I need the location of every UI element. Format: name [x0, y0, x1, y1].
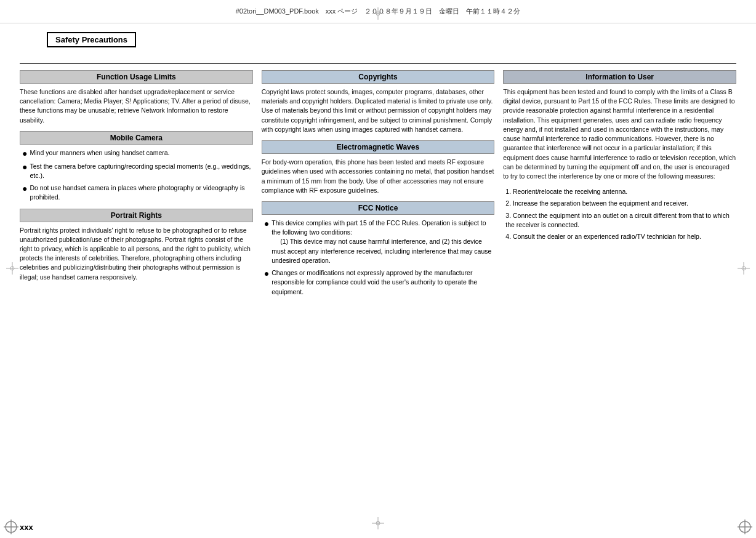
crosshair-top [372, 7, 384, 21]
section-em-waves-body: For body-worn operation, this phone has … [262, 158, 495, 195]
section-info-to-user-body: This equipment has been tested and found… [503, 87, 736, 181]
section-fcc-notice-title: FCC Notice [262, 201, 495, 215]
content-columns: Function Usage Limits These functions ar… [20, 70, 736, 303]
page: #02tori__DM003_PDF.book xxx ページ ２００８年９月１… [0, 0, 756, 538]
list-item: 3. Connect the equipment into an outlet … [505, 211, 736, 230]
list-item: ● Do not use handset camera in places wh… [22, 183, 253, 202]
section-copyrights: Copyrights Copyright laws protect sounds… [262, 70, 495, 134]
col-1: Function Usage Limits These functions ar… [20, 70, 253, 288]
list-item: ● Mind your manners when using handset c… [22, 148, 253, 159]
col-3: Information to User This equipment has b… [503, 70, 736, 244]
list-item: 1. Reorient/relocate the receiving anten… [505, 187, 736, 196]
list-item: 2. Increase the separation between the e… [505, 199, 736, 208]
section-portrait-rights-body: Portrait rights protect individuals' rig… [20, 226, 253, 282]
title-divider [20, 63, 736, 64]
section-em-waves-title: Electromagnetic Waves [262, 140, 495, 154]
section-mobile-camera-title: Mobile Camera [20, 131, 253, 145]
bullet-icon: ● [264, 268, 269, 279]
section-em-waves: Electromagnetic Waves For body-worn oper… [262, 140, 495, 195]
reg-mark-br [736, 518, 754, 536]
section-title: Safety Precautions [47, 32, 136, 47]
section-fcc-notice: FCC Notice ● This device complies with p… [262, 201, 495, 297]
bullet-icon: ● [264, 219, 269, 229]
crosshair-left [6, 262, 18, 276]
section-portrait-rights-title: Portrait Rights [20, 209, 253, 222]
bullet-icon: ● [22, 148, 27, 159]
col-2: Copyrights Copyright laws protect sounds… [262, 70, 495, 303]
section-function-usage-title: Function Usage Limits [20, 70, 253, 84]
section-info-to-user: Information to User This equipment has b… [503, 70, 736, 241]
section-function-usage-body: These functions are disabled after hands… [20, 87, 253, 125]
crosshair-right [738, 262, 750, 276]
section-copyrights-title: Copyrights [262, 70, 495, 84]
list-item: ● Test the camera before capturing/recor… [22, 162, 253, 180]
list-item: 4. Consult the dealer or an experienced … [505, 232, 736, 241]
fcc-notice-bullets: ● This device complies with part 15 of t… [262, 219, 495, 297]
bullet-icon: ● [22, 162, 27, 172]
page-number: xxx [20, 523, 33, 532]
mobile-camera-bullets: ● Mind your manners when using handset c… [20, 148, 253, 203]
section-copyrights-body: Copyright laws protect sounds, images, c… [262, 87, 495, 134]
section-mobile-camera: Mobile Camera ● Mind your manners when u… [20, 131, 253, 203]
list-item: ● This device complies with part 15 of t… [264, 219, 495, 265]
section-function-usage: Function Usage Limits These functions ar… [20, 70, 253, 125]
bullet-icon: ● [22, 183, 27, 194]
section-info-to-user-title: Information to User [503, 70, 736, 84]
crosshair-bottom [372, 517, 384, 531]
info-to-user-numbered-list: 1. Reorient/relocate the receiving anten… [503, 187, 736, 241]
section-portrait-rights: Portrait Rights Portrait rights protect … [20, 209, 253, 282]
list-item: ● Changes or modifications not expressly… [264, 268, 495, 297]
reg-mark-bl [2, 518, 20, 536]
